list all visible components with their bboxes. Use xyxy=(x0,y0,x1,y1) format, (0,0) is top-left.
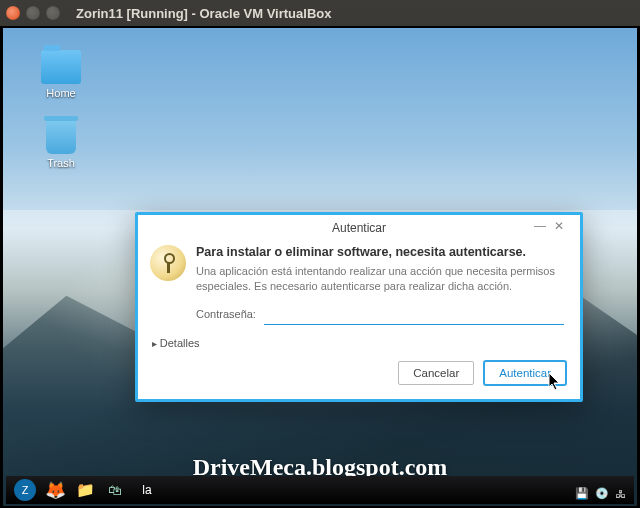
dialog-titlebar[interactable]: Autenticar —✕ xyxy=(138,215,580,239)
authenticate-button[interactable]: Autenticar xyxy=(484,361,566,385)
dialog-close-button[interactable]: ✕ xyxy=(554,219,572,233)
host-window-title: Zorin11 [Running] - Oracle VM VirtualBox xyxy=(76,6,331,21)
trash-icon xyxy=(46,120,76,154)
host-maximize-button[interactable] xyxy=(46,6,60,20)
vm-viewport: Home Trash Autenticar —✕ Para instalar o… xyxy=(0,26,640,508)
desktop-icon-label: Trash xyxy=(29,157,93,169)
dialog-minimize-button[interactable]: — xyxy=(534,219,554,233)
details-label: Detalles xyxy=(160,337,200,349)
files-icon: 📁 xyxy=(76,481,95,499)
firefox-icon: 🦊 xyxy=(45,480,66,501)
host-minimize-button[interactable] xyxy=(26,6,40,20)
desktop-icon-label: Home xyxy=(29,87,93,99)
start-menu-button[interactable]: Z xyxy=(12,479,38,501)
host-window-titlebar: Zorin11 [Running] - Oracle VM VirtualBox xyxy=(0,0,640,26)
disk-icon: 💾 xyxy=(575,487,589,500)
folder-icon xyxy=(41,50,81,84)
password-input[interactable] xyxy=(264,304,564,325)
cancel-button[interactable]: Cancelar xyxy=(398,361,474,385)
password-label: Contraseña: xyxy=(196,308,256,320)
vm-status-tray: 💾 💿 🖧 xyxy=(575,487,626,500)
keyboard-indicator[interactable]: la xyxy=(134,479,160,501)
details-toggle[interactable]: Detalles xyxy=(138,335,580,357)
guest-taskbar: Z 🦊 📁 🛍 la 💾 💿 🖧 xyxy=(6,476,634,504)
host-close-button[interactable] xyxy=(6,6,20,20)
taskbar-software[interactable]: 🛍 xyxy=(102,479,128,501)
key-icon xyxy=(150,245,186,281)
taskbar-files[interactable]: 📁 xyxy=(72,479,98,501)
keyboard-layout-label: la xyxy=(142,483,151,497)
optical-icon: 💿 xyxy=(595,487,609,500)
taskbar-firefox[interactable]: 🦊 xyxy=(42,479,68,501)
bag-icon: 🛍 xyxy=(108,482,122,498)
network-icon: 🖧 xyxy=(615,488,626,500)
dialog-heading: Para instalar o eliminar software, neces… xyxy=(196,245,564,259)
dialog-title-text: Autenticar xyxy=(332,221,386,235)
zorin-logo-icon: Z xyxy=(14,479,36,501)
dialog-message: Una aplicación está intentando realizar … xyxy=(196,264,564,294)
desktop-icon-home[interactable]: Home xyxy=(29,50,93,99)
desktop-icon-trash[interactable]: Trash xyxy=(29,120,93,169)
auth-dialog: Autenticar —✕ Para instalar o eliminar s… xyxy=(135,212,583,402)
